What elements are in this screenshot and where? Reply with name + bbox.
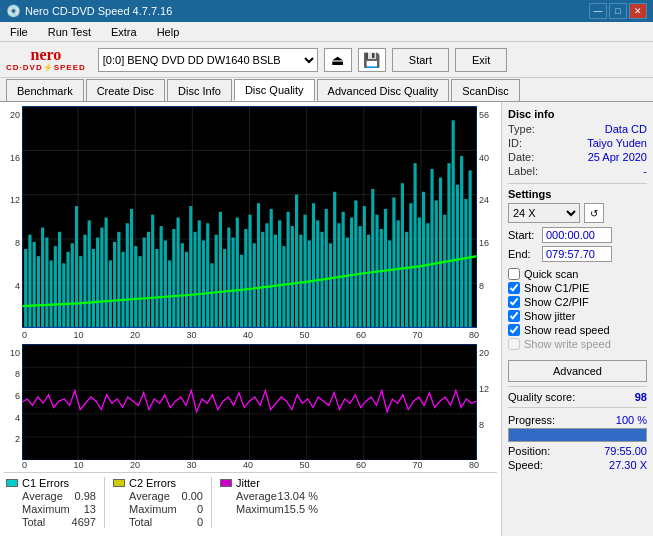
menu-help[interactable]: Help (151, 24, 186, 40)
save-button[interactable]: 💾 (358, 48, 386, 72)
svg-rect-46 (172, 229, 175, 328)
jitter-avg-value: 13.04 % (278, 490, 318, 502)
tab-advanced-disc-quality[interactable]: Advanced Disc Quality (317, 79, 450, 101)
x-label-60: 60 (356, 330, 366, 340)
close-button[interactable]: ✕ (629, 3, 647, 19)
svg-rect-97 (388, 240, 391, 327)
refresh-button[interactable]: ↺ (584, 203, 604, 223)
tab-disc-info[interactable]: Disc Info (167, 79, 232, 101)
nero-logo: nero CD·DVD⚡SPEED (6, 47, 86, 72)
svg-rect-11 (24, 249, 27, 328)
x-label-80: 80 (469, 330, 479, 340)
quick-scan-checkbox[interactable] (508, 268, 520, 280)
stats-divider-1 (104, 477, 105, 528)
svg-rect-77 (303, 215, 306, 328)
show-c2-checkbox[interactable] (508, 296, 520, 308)
svg-rect-50 (189, 206, 192, 328)
exit-button[interactable]: Exit (455, 48, 507, 72)
cdvd-brand: CD·DVD⚡SPEED (6, 63, 86, 72)
quality-score-value: 98 (635, 391, 647, 403)
tab-benchmark[interactable]: Benchmark (6, 79, 84, 101)
svg-rect-26 (88, 220, 91, 327)
svg-rect-79 (312, 203, 315, 327)
position-label: Position: (508, 445, 550, 457)
tab-create-disc[interactable]: Create Disc (86, 79, 165, 101)
svg-rect-39 (143, 238, 146, 328)
menu-file[interactable]: File (4, 24, 34, 40)
y-left-label-4: 8 (15, 238, 20, 248)
y2-left-4: 4 (15, 413, 20, 423)
menu-run-test[interactable]: Run Test (42, 24, 97, 40)
svg-rect-66 (257, 203, 260, 327)
x-label-40: 40 (243, 330, 253, 340)
svg-rect-17 (50, 260, 53, 327)
svg-rect-54 (206, 223, 209, 327)
svg-rect-13 (33, 242, 36, 328)
svg-rect-71 (278, 220, 281, 327)
x-label-70: 70 (412, 330, 422, 340)
y2-left-top: 10 (10, 348, 20, 358)
speed-row: 24 X Max 4 X 8 X 16 X 32 X 40 X 48 X ↺ (508, 203, 647, 223)
svg-rect-111 (447, 163, 450, 327)
svg-rect-75 (295, 195, 298, 328)
start-input[interactable] (542, 227, 612, 243)
svg-rect-91 (363, 206, 366, 328)
show-c2-label: Show C2/PIF (524, 296, 589, 308)
svg-rect-33 (117, 232, 120, 328)
progress-row: Progress: 100 % (508, 414, 647, 426)
y-right-label-3: 24 (479, 195, 489, 205)
svg-rect-19 (58, 232, 61, 328)
c1-avg-label: Average (22, 490, 63, 502)
tab-disc-quality[interactable]: Disc Quality (234, 79, 315, 101)
disc-label-label: Label: (508, 165, 538, 177)
start-button[interactable]: Start (392, 48, 449, 72)
show-c1-label: Show C1/PIE (524, 282, 589, 294)
tab-scan-disc[interactable]: ScanDisc (451, 79, 519, 101)
show-read-speed-checkbox[interactable] (508, 324, 520, 336)
svg-rect-29 (100, 228, 103, 328)
stats-area: C1 Errors Average 0.98 Maximum 13 Total … (4, 472, 497, 532)
svg-rect-34 (121, 252, 124, 328)
show-write-speed-checkbox[interactable] (508, 338, 520, 350)
svg-rect-38 (138, 256, 141, 327)
eject-button[interactable]: ⏏ (324, 48, 352, 72)
svg-rect-14 (37, 256, 40, 327)
svg-rect-35 (126, 223, 129, 327)
show-jitter-checkbox[interactable] (508, 310, 520, 322)
end-row: End: (508, 246, 647, 262)
advanced-button[interactable]: Advanced (508, 360, 647, 382)
show-c2-row: Show C2/PIF (508, 296, 647, 308)
menu-extra[interactable]: Extra (105, 24, 143, 40)
svg-rect-51 (193, 232, 196, 328)
top-chart-svg (22, 106, 477, 328)
svg-rect-90 (358, 226, 361, 328)
x-label-50: 50 (299, 330, 309, 340)
settings-section: Settings 24 X Max 4 X 8 X 16 X 32 X 40 X… (508, 188, 647, 262)
c2-total-label: Total (129, 516, 152, 528)
bottom-chart-svg (22, 344, 477, 460)
show-c1-checkbox[interactable] (508, 282, 520, 294)
c1-label: C1 Errors (22, 477, 69, 489)
svg-rect-65 (253, 243, 256, 327)
y2-right-2: 12 (479, 384, 489, 394)
drive-selector[interactable]: [0:0] BENQ DVD DD DW1640 BSLB (98, 48, 318, 72)
svg-rect-95 (380, 229, 383, 328)
y-left-label-2: 16 (10, 153, 20, 163)
quick-scan-row: Quick scan (508, 268, 647, 280)
id-value: Taiyo Yuden (587, 137, 647, 149)
progress-label: Progress: (508, 414, 555, 426)
c1-total-value: 4697 (72, 516, 96, 528)
start-label: Start: (508, 229, 542, 241)
maximize-button[interactable]: □ (609, 3, 627, 19)
speed-selector[interactable]: 24 X Max 4 X 8 X 16 X 32 X 40 X 48 X (508, 203, 580, 223)
y-left-label-top: 20 (10, 110, 20, 120)
minimize-button[interactable]: — (589, 3, 607, 19)
jitter-max-label: Maximum (236, 503, 284, 515)
progress-section: Progress: 100 % Position: 79:55.00 Speed… (508, 414, 647, 471)
svg-rect-60 (232, 238, 235, 328)
end-input[interactable] (542, 246, 612, 262)
jitter-max-value: 15.5 % (284, 503, 318, 515)
y2-left-5: 2 (15, 434, 20, 444)
c1-total-label: Total (22, 516, 45, 528)
toolbar: nero CD·DVD⚡SPEED [0:0] BENQ DVD DD DW16… (0, 42, 653, 78)
